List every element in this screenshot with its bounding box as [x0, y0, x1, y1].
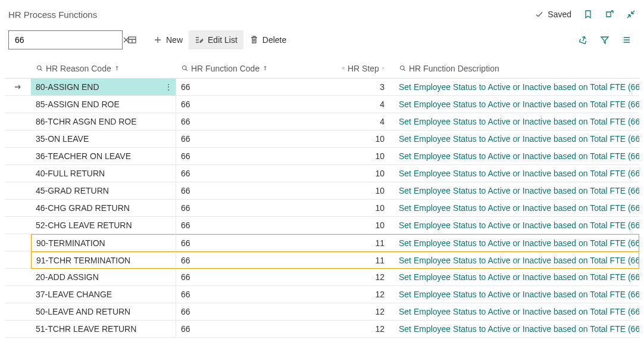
row-selector[interactable] — [5, 96, 31, 113]
description-link[interactable]: Set Employee Status to Active or Inactiv… — [399, 307, 639, 316]
cell-step[interactable]: 12 — [342, 286, 389, 303]
cell-function-code[interactable]: 66 — [176, 286, 342, 303]
open-new-button[interactable] — [605, 10, 614, 19]
description-link[interactable]: Set Employee Status to Active or Inactiv… — [399, 203, 639, 213]
cell-step[interactable]: 4 — [342, 96, 389, 113]
table-row[interactable]: 50-LEAVE AND RETURN6612Set Employee Stat… — [5, 303, 639, 321]
bookmark-button[interactable] — [583, 10, 593, 19]
table-row[interactable]: 85-ASSIGN END ROE664Set Employee Status … — [5, 96, 639, 113]
table-row[interactable]: 51-TCHR LEAVE RETURN6612Set Employee Sta… — [5, 321, 639, 338]
cell-step[interactable]: 12 — [342, 269, 389, 286]
cell-reason-code[interactable]: 37-LEAVE CHANGE — [31, 286, 176, 303]
cell-function-code[interactable]: 66 — [176, 269, 342, 286]
row-selector[interactable] — [5, 148, 31, 165]
row-selector[interactable] — [5, 113, 31, 130]
row-selector[interactable] — [5, 321, 31, 338]
cell-function-code[interactable]: 66 — [176, 130, 342, 148]
cell-step[interactable]: 4 — [342, 113, 389, 130]
list-menu-button[interactable] — [621, 35, 631, 45]
edit-list-button[interactable]: Edit List — [189, 30, 243, 49]
search-box[interactable] — [8, 30, 123, 49]
description-link[interactable]: Set Employee Status to Active or Inactiv… — [399, 256, 639, 265]
cell-function-code[interactable]: 66 — [176, 234, 342, 251]
description-link[interactable]: Set Employee Status to Active or Inactiv… — [399, 134, 639, 144]
cell-function-code[interactable]: 66 — [176, 217, 342, 234]
cell-step[interactable]: 10 — [342, 217, 389, 234]
table-row[interactable]: 90-TERMINATION6611Set Employee Status to… — [5, 234, 639, 251]
cell-reason-code[interactable]: 40-FULL RETURN — [31, 165, 176, 182]
description-link[interactable]: Set Employee Status to Active or Inactiv… — [399, 82, 639, 92]
table-row[interactable]: 45-GRAD RETURN6610Set Employee Status to… — [5, 182, 639, 200]
description-link[interactable]: Set Employee Status to Active or Inactiv… — [399, 324, 639, 334]
column-header-reason[interactable]: HR Reason Code — [36, 64, 176, 73]
cell-step[interactable]: 10 — [342, 148, 389, 165]
table-row[interactable]: 36-TEACHER ON LEAVE6610Set Employee Stat… — [5, 148, 639, 165]
cell-step[interactable]: 10 — [342, 165, 389, 182]
search-input[interactable] — [12, 35, 121, 45]
cell-function-code[interactable]: 66 — [176, 165, 342, 182]
row-selector[interactable] — [5, 303, 31, 321]
cell-step[interactable]: 10 — [342, 182, 389, 200]
row-selector[interactable] — [5, 79, 31, 96]
row-selector[interactable] — [5, 182, 31, 200]
cell-reason-code[interactable]: 90-TERMINATION — [31, 234, 176, 251]
table-row[interactable]: 37-LEAVE CHANGE6612Set Employee Status t… — [5, 286, 639, 303]
cell-reason-code[interactable]: 35-ON LEAVE — [31, 130, 176, 148]
description-link[interactable]: Set Employee Status to Active or Inactiv… — [399, 151, 639, 161]
row-more-button[interactable]: ⋮ — [164, 82, 173, 92]
cell-function-code[interactable]: 66 — [176, 96, 342, 113]
cell-reason-code[interactable]: 91-TCHR TERMINATION — [31, 251, 176, 269]
new-button[interactable]: New — [147, 30, 189, 49]
view-options-button[interactable] — [123, 30, 142, 49]
cell-step[interactable]: 10 — [342, 200, 389, 217]
cell-reason-code[interactable]: 50-LEAVE AND RETURN — [31, 303, 176, 321]
row-selector[interactable] — [5, 269, 31, 286]
cell-reason-code[interactable]: 20-ADD ASSIGN — [31, 269, 176, 286]
table-row[interactable]: 35-ON LEAVE6610Set Employee Status to Ac… — [5, 130, 639, 148]
column-header-function-code[interactable]: HR Function Code — [181, 64, 342, 73]
description-link[interactable]: Set Employee Status to Active or Inactiv… — [399, 100, 639, 109]
description-link[interactable]: Set Employee Status to Active or Inactiv… — [399, 220, 639, 230]
row-selector[interactable] — [5, 286, 31, 303]
delete-button[interactable]: Delete — [243, 30, 292, 49]
description-link[interactable]: Set Employee Status to Active or Inactiv… — [399, 117, 639, 126]
cell-step[interactable]: 11 — [342, 234, 389, 251]
row-selector[interactable] — [5, 130, 31, 148]
description-link[interactable]: Set Employee Status to Active or Inactiv… — [399, 169, 639, 178]
cell-reason-code[interactable]: 52-CHG LEAVE RETURN — [31, 217, 176, 234]
column-header-description[interactable]: HR Function Description — [399, 64, 634, 73]
cell-function-code[interactable]: 66 — [176, 303, 342, 321]
row-selector[interactable] — [5, 165, 31, 182]
cell-step[interactable]: 11 — [342, 251, 389, 269]
table-row[interactable]: 80-ASSIGN END⋮663Set Employee Status to … — [5, 79, 639, 96]
table-row[interactable]: 86-TCHR ASGN END ROE664Set Employee Stat… — [5, 113, 639, 130]
description-link[interactable]: Set Employee Status to Active or Inactiv… — [399, 290, 639, 299]
table-row[interactable]: 20-ADD ASSIGN6612Set Employee Status to … — [5, 269, 639, 286]
cell-step[interactable]: 12 — [342, 321, 389, 338]
cell-reason-code[interactable]: 85-ASSIGN END ROE — [31, 96, 176, 113]
cell-reason-code[interactable]: 51-TCHR LEAVE RETURN — [31, 321, 176, 338]
cell-function-code[interactable]: 66 — [176, 321, 342, 338]
cell-function-code[interactable]: 66 — [176, 200, 342, 217]
cell-step[interactable]: 10 — [342, 130, 389, 148]
table-row[interactable]: 46-CHG GRAD RETURN6610Set Employee Statu… — [5, 200, 639, 217]
cell-step[interactable]: 12 — [342, 303, 389, 321]
collapse-button[interactable] — [626, 10, 636, 19]
cell-function-code[interactable]: 66 — [176, 113, 342, 130]
description-link[interactable]: Set Employee Status to Active or Inactiv… — [399, 272, 639, 282]
cell-function-code[interactable]: 66 — [176, 148, 342, 165]
cell-step[interactable]: 3 — [342, 79, 389, 96]
table-row[interactable]: 52-CHG LEAVE RETURN6610Set Employee Stat… — [5, 217, 639, 234]
table-row[interactable]: 91-TCHR TERMINATION6611Set Employee Stat… — [5, 251, 639, 269]
cell-reason-code[interactable]: 80-ASSIGN END⋮ — [31, 79, 176, 96]
row-selector[interactable] — [5, 217, 31, 234]
table-row[interactable]: 40-FULL RETURN6610Set Employee Status to… — [5, 165, 639, 182]
description-link[interactable]: Set Employee Status to Active or Inactiv… — [399, 186, 639, 195]
cell-reason-code[interactable]: 46-CHG GRAD RETURN — [31, 200, 176, 217]
cell-reason-code[interactable]: 86-TCHR ASGN END ROE — [31, 113, 176, 130]
cell-function-code[interactable]: 66 — [176, 251, 342, 269]
filter-button[interactable] — [600, 35, 609, 45]
row-selector[interactable] — [5, 234, 31, 251]
cell-function-code[interactable]: 66 — [176, 79, 342, 96]
cell-reason-code[interactable]: 45-GRAD RETURN — [31, 182, 176, 200]
